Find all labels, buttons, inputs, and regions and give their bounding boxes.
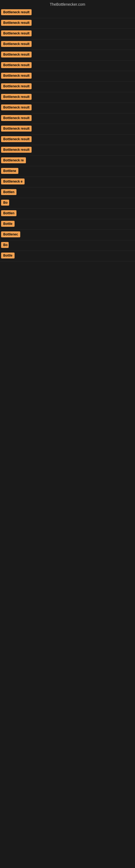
result-row-21: Bottle	[0, 219, 135, 230]
bottleneck-badge-4[interactable]: Bottleneck result	[1, 41, 32, 47]
result-row-20: Bottlen	[0, 209, 135, 219]
bottleneck-badge-9[interactable]: Bottleneck result	[1, 94, 32, 100]
result-row-17: Bottleneck e	[0, 177, 135, 187]
bottleneck-badge-24[interactable]: Bottle	[1, 252, 14, 258]
results-list: Bottleneck resultBottleneck resultBottle…	[0, 8, 135, 261]
bottleneck-badge-5[interactable]: Bottleneck result	[1, 52, 32, 58]
site-title: TheBottlenecker.com	[0, 0, 135, 8]
result-row-7: Bottleneck result	[0, 71, 135, 82]
result-row-16: Bottlene	[0, 166, 135, 177]
result-row-2: Bottleneck result	[0, 18, 135, 29]
bottleneck-badge-3[interactable]: Bottleneck result	[1, 30, 32, 36]
bottleneck-badge-1[interactable]: Bottleneck result	[1, 9, 32, 15]
result-row-22: Bottlenec	[0, 230, 135, 240]
site-header: TheBottlenecker.com	[0, 0, 135, 8]
result-row-12: Bottleneck result	[0, 124, 135, 134]
bottleneck-badge-21[interactable]: Bottle	[1, 221, 14, 227]
bottleneck-badge-11[interactable]: Bottleneck result	[1, 115, 32, 121]
result-row-8: Bottleneck result	[0, 82, 135, 92]
bottleneck-badge-8[interactable]: Bottleneck result	[1, 83, 32, 89]
result-row-19: Bo	[0, 198, 135, 209]
bottleneck-badge-13[interactable]: Bottleneck result	[1, 136, 32, 142]
bottleneck-badge-6[interactable]: Bottleneck result	[1, 62, 32, 68]
result-row-3: Bottleneck result	[0, 29, 135, 39]
result-row-10: Bottleneck result	[0, 103, 135, 113]
bottleneck-badge-12[interactable]: Bottleneck result	[1, 126, 32, 131]
result-row-23: Bo	[0, 240, 135, 251]
result-row-14: Bottleneck result	[0, 145, 135, 156]
bottleneck-badge-7[interactable]: Bottleneck result	[1, 73, 32, 79]
result-row-11: Bottleneck result	[0, 113, 135, 124]
bottleneck-badge-15[interactable]: Bottleneck re	[1, 157, 26, 163]
bottleneck-badge-22[interactable]: Bottlenec	[1, 231, 20, 237]
result-row-24: Bottle	[0, 251, 135, 261]
bottleneck-badge-10[interactable]: Bottleneck result	[1, 104, 32, 111]
bottleneck-badge-2[interactable]: Bottleneck result	[1, 20, 32, 26]
result-row-18: Bottlen	[0, 187, 135, 198]
result-row-1: Bottleneck result	[0, 8, 135, 18]
bottleneck-badge-14[interactable]: Bottleneck result	[1, 147, 32, 153]
bottleneck-badge-18[interactable]: Bottlen	[1, 189, 16, 195]
result-row-9: Bottleneck result	[0, 92, 135, 103]
result-row-5: Bottleneck result	[0, 50, 135, 61]
result-row-15: Bottleneck re	[0, 156, 135, 166]
result-row-4: Bottleneck result	[0, 39, 135, 50]
bottleneck-badge-16[interactable]: Bottlene	[1, 168, 18, 174]
result-row-13: Bottleneck result	[0, 134, 135, 145]
bottleneck-badge-23[interactable]: Bo	[1, 242, 9, 248]
bottleneck-badge-20[interactable]: Bottlen	[1, 210, 16, 216]
bottleneck-badge-17[interactable]: Bottleneck e	[1, 179, 25, 184]
result-row-6: Bottleneck result	[0, 61, 135, 71]
bottleneck-badge-19[interactable]: Bo	[1, 199, 9, 206]
